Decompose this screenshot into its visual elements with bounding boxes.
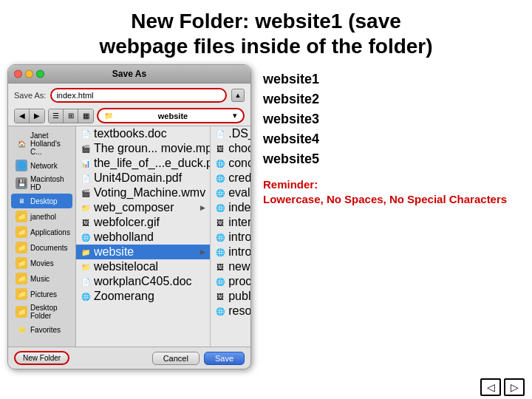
saveas-label: Save As: bbox=[14, 91, 46, 100]
sidebar-label-janet: Janet Holland's C... bbox=[30, 132, 68, 156]
sidebar-item-desktop[interactable]: 🖥 Desktop bbox=[11, 194, 72, 208]
website-label-2: website2 bbox=[263, 92, 517, 107]
file-name: websitelocal bbox=[94, 260, 158, 273]
cancel-button[interactable]: Cancel bbox=[152, 352, 200, 365]
sidebar-label-janethol: janethol bbox=[30, 213, 56, 221]
file-item[interactable]: 🖼 internetcapture.gif bbox=[211, 215, 251, 230]
file-icon-dsstore: 📄 bbox=[215, 129, 225, 139]
sidebar-label-pictures: Pictures bbox=[30, 290, 57, 299]
view-icons-button[interactable]: ⊞ bbox=[64, 109, 78, 123]
file-name: credits.htm bbox=[228, 171, 251, 185]
file-name: choose.gif bbox=[228, 142, 251, 155]
file-icon-public: 🖼 bbox=[215, 291, 225, 301]
file-item[interactable]: 🌐 evaluation.htm bbox=[211, 185, 251, 200]
file-item[interactable]: 📁 web_composer ▶ bbox=[76, 200, 210, 215]
file-icon-workplan: 📄 bbox=[81, 276, 91, 287]
saveas-row: Save As: ▲ bbox=[8, 83, 250, 106]
file-item[interactable]: 🖼 choose.gif bbox=[211, 141, 251, 156]
website-label-4: website4 bbox=[263, 132, 517, 147]
minimize-button[interactable] bbox=[25, 70, 33, 78]
file-item[interactable]: 🖼 webfolcer.gif bbox=[76, 215, 210, 230]
view-list-button[interactable]: ☰ bbox=[49, 109, 64, 123]
file-item[interactable]: 📊 the_life_of_...e_duck.ppt bbox=[76, 156, 210, 171]
bottom-nav: ◁ ▷ bbox=[0, 375, 532, 399]
sidebar-item-pictures[interactable]: 📁 Pictures bbox=[11, 287, 72, 301]
file-item[interactable]: 🌐 index.html bbox=[211, 200, 251, 215]
file-name: internetcapture.gif bbox=[228, 216, 251, 229]
file-item[interactable]: 📄 textbooks.doc bbox=[76, 126, 210, 141]
file-icon-zoomerang: 🌐 bbox=[81, 291, 91, 301]
next-nav-button[interactable]: ▷ bbox=[504, 378, 525, 396]
file-icon-intro: 🌐 bbox=[215, 232, 225, 242]
file-name: newfolder.gif bbox=[228, 260, 251, 273]
back-button[interactable]: ◀ bbox=[15, 109, 30, 123]
location-dropdown[interactable]: 📁 website ▾ bbox=[97, 108, 245, 123]
saveas-up-button[interactable]: ▲ bbox=[231, 89, 245, 102]
reminder-box: Reminder: Lowercase, No Spaces, No Speci… bbox=[263, 177, 517, 206]
right-panel: website1 website2 website3 website4 webs… bbox=[251, 64, 525, 369]
sidebar-item-documents[interactable]: 📁 Documents bbox=[11, 240, 72, 255]
file-icon-newfolder: 🖼 bbox=[215, 262, 225, 272]
forward-button[interactable]: ▶ bbox=[30, 109, 44, 123]
sidebar-item-desktop-folder[interactable]: 📁 Desktop Folder bbox=[11, 302, 72, 321]
view-columns-button[interactable]: ▦ bbox=[78, 109, 93, 123]
page-title: New Folder: website1 (save webpage files… bbox=[0, 0, 532, 64]
sidebar-item-movies[interactable]: 📁 Movies bbox=[11, 256, 72, 270]
file-item[interactable]: 🌐 credits.htm bbox=[211, 171, 251, 185]
file-item[interactable]: 🖼 public.gif bbox=[211, 289, 251, 304]
file-item[interactable]: 📄 Unit4Domain.pdf bbox=[76, 171, 210, 185]
dialog-title: Save As bbox=[112, 69, 146, 79]
sidebar-item-macintosh[interactable]: 💾 Macintosh HD bbox=[11, 174, 72, 193]
file-name: intro.htm bbox=[228, 231, 251, 244]
file-item[interactable]: 🌐 introduction.htm bbox=[211, 245, 251, 259]
save-button[interactable]: Save bbox=[204, 352, 245, 365]
main-content: Save As Save As: ▲ ◀ ▶ ☰ ⊞ ▦ 📁 website bbox=[0, 64, 532, 375]
folder-arrow-icon: ▶ bbox=[200, 204, 205, 211]
file-name: conc.usion.htm bbox=[228, 157, 251, 170]
prev-nav-button[interactable]: ◁ bbox=[480, 378, 501, 396]
sidebar-label-macintosh: Macintosh HD bbox=[30, 175, 68, 191]
file-name: Voting_Machine.wmv bbox=[94, 186, 205, 200]
file-item[interactable]: 📁 websitelocal bbox=[76, 259, 210, 274]
file-item[interactable]: 🌐 webholland bbox=[76, 230, 210, 245]
sidebar-item-janet[interactable]: 🏠 Janet Holland's C... bbox=[11, 130, 72, 157]
sidebar-item-applications[interactable]: 📁 Applications bbox=[11, 225, 72, 239]
sidebar-label-favorites: Favorites bbox=[30, 326, 61, 334]
file-item[interactable]: 🖼 newfolder.gif bbox=[211, 259, 251, 274]
close-button[interactable] bbox=[14, 70, 22, 78]
file-item[interactable]: 🌐 process.htm bbox=[211, 274, 251, 289]
file-icon-webfolcer: 🖼 bbox=[81, 217, 91, 228]
file-item[interactable]: 🌐 resources.htm bbox=[211, 304, 251, 318]
file-columns: 📄 textbooks.doc 🎬 The groun... movie.mp4… bbox=[76, 126, 251, 347]
saveas-input-wrap[interactable] bbox=[50, 88, 227, 103]
sidebar-icon-network: 🌐 bbox=[16, 160, 27, 171]
file-item[interactable]: 🎬 The groun... movie.mp4 bbox=[76, 141, 210, 156]
file-item[interactable]: 🌐 Zoomerang bbox=[76, 289, 210, 304]
sidebar-item-janethol[interactable]: 📁 janethol bbox=[11, 209, 72, 224]
file-item[interactable]: 🌐 intro.htm bbox=[211, 230, 251, 245]
file-item[interactable]: 🌐 conc.usion.htm bbox=[211, 156, 251, 171]
file-column-1: 📄 textbooks.doc 🎬 The groun... movie.mp4… bbox=[76, 126, 211, 347]
file-icon-process: 🌐 bbox=[215, 276, 225, 287]
file-icon-choose: 🖼 bbox=[215, 143, 225, 154]
file-item[interactable]: 📄 workplanC405.doc bbox=[76, 274, 210, 289]
new-folder-button[interactable]: New Folder bbox=[14, 351, 69, 365]
sidebar-item-favorites[interactable]: ⭐ Favorites bbox=[11, 322, 72, 337]
file-name: introduction.htm bbox=[228, 245, 251, 259]
sidebar-icon-desktop-folder: 📁 bbox=[16, 306, 27, 318]
nav-row: ◀ ▶ ☰ ⊞ ▦ 📁 website ▾ bbox=[8, 106, 250, 126]
file-name: Zoomerang bbox=[94, 290, 154, 303]
file-name: process.htm bbox=[228, 275, 251, 288]
maximize-button[interactable] bbox=[36, 70, 44, 78]
sidebar-icon-favorites: ⭐ bbox=[16, 324, 27, 335]
file-item[interactable]: 🎬 Voting_Machine.wmv bbox=[76, 185, 210, 200]
sidebar-item-network[interactable]: 🌐 Network bbox=[11, 158, 72, 173]
sidebar-item-music[interactable]: 📁 Music bbox=[11, 271, 72, 286]
saveas-input[interactable] bbox=[56, 91, 221, 100]
sidebar-icon-applications: 📁 bbox=[16, 226, 27, 238]
sidebar-label-documents: Documents bbox=[30, 244, 68, 252]
file-item[interactable]: 📄 .DS_Store bbox=[211, 126, 251, 141]
file-item-website[interactable]: 📁 website ▶ bbox=[76, 245, 210, 259]
file-icon-movie: 🎬 bbox=[81, 143, 91, 154]
sidebar: 🏠 Janet Holland's C... 🌐 Network 💾 Macin… bbox=[8, 126, 76, 347]
